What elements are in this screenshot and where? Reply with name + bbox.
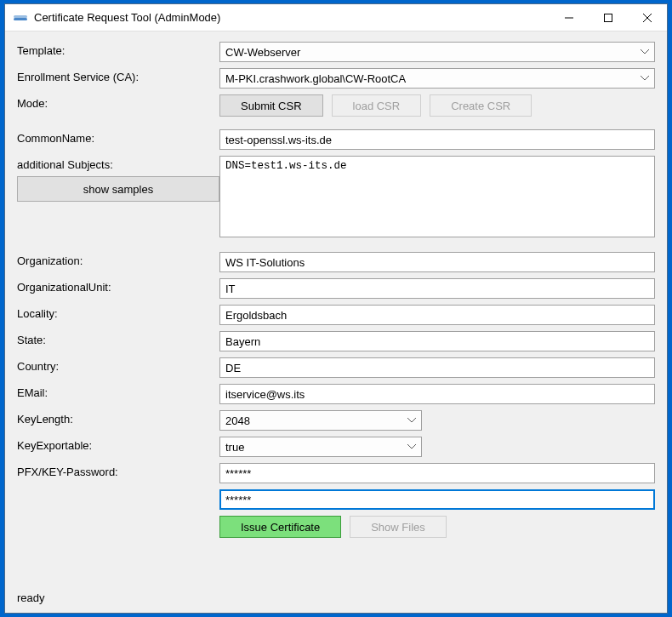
- chevron-down-icon: [641, 49, 649, 54]
- window-title: Certificate Request Tool (AdminMode): [34, 11, 220, 24]
- keyexportable-value: true: [225, 441, 244, 454]
- status-text: ready: [17, 591, 45, 604]
- keylength-dropdown[interactable]: 2048: [219, 410, 422, 431]
- additional-subjects-label: additional Subjects: show samples: [17, 156, 219, 202]
- country-input[interactable]: [219, 357, 655, 378]
- template-combo[interactable]: CW-Webserver: [219, 42, 655, 62]
- svg-rect-1: [14, 15, 27, 18]
- state-label: State:: [17, 331, 219, 346]
- pfx-password-input[interactable]: [219, 463, 655, 483]
- window-frame: Certificate Request Tool (AdminMode) Tem…: [4, 3, 668, 614]
- keyexportable-dropdown[interactable]: true: [219, 437, 422, 457]
- orgunit-label: OrganizationalUnit:: [17, 278, 219, 294]
- country-label: Country:: [17, 357, 219, 373]
- enrollment-combo[interactable]: M-PKI.crashwork.global\CW-RootCA: [219, 68, 655, 89]
- state-input[interactable]: [219, 331, 655, 351]
- chevron-down-icon: [641, 76, 649, 81]
- email-label: EMail:: [17, 384, 219, 399]
- locality-label: Locality:: [17, 305, 219, 320]
- keyexportable-label: KeyExportable:: [17, 437, 219, 452]
- app-icon: [12, 9, 29, 26]
- mode-label: Mode:: [17, 94, 219, 110]
- load-csr-button[interactable]: load CSR: [332, 94, 422, 117]
- chevron-down-icon: [407, 418, 416, 423]
- commonname-input[interactable]: [219, 129, 655, 150]
- minimize-button[interactable]: [550, 4, 589, 31]
- svg-rect-0: [14, 18, 27, 20]
- create-csr-button[interactable]: Create CSR: [430, 94, 532, 117]
- show-files-button[interactable]: Show Files: [350, 516, 447, 538]
- pfx-password-confirm-input[interactable]: [219, 489, 655, 510]
- orgunit-input[interactable]: [219, 278, 655, 299]
- enrollment-label: Enrollment Service (CA):: [17, 68, 219, 83]
- email-input[interactable]: [219, 384, 655, 404]
- enrollment-value: M-PKI.crashwork.global\CW-RootCA: [225, 72, 406, 85]
- client-area: Template: CW-Webserver Enrollment Servic…: [5, 31, 667, 613]
- submit-csr-button[interactable]: Submit CSR: [219, 94, 323, 117]
- organization-input[interactable]: [219, 252, 655, 272]
- window-controls: [550, 4, 667, 31]
- commonname-label: CommonName:: [17, 129, 219, 145]
- maximize-button[interactable]: [589, 4, 628, 31]
- keylength-label: KeyLength:: [17, 410, 219, 426]
- locality-input[interactable]: [219, 305, 655, 325]
- svg-rect-2: [605, 14, 612, 21]
- template-value: CW-Webserver: [225, 46, 300, 59]
- template-label: Template:: [17, 42, 219, 57]
- show-samples-button[interactable]: show samples: [17, 176, 219, 202]
- issue-certificate-button[interactable]: Issue Certificate: [219, 516, 341, 538]
- titlebar: Certificate Request Tool (AdminMode): [5, 4, 667, 31]
- close-button[interactable]: [628, 4, 667, 31]
- organization-label: Organization:: [17, 252, 219, 267]
- pfx-password-label: PFX/KEY-Password:: [17, 463, 219, 478]
- chevron-down-icon: [407, 444, 416, 449]
- additional-subjects-textarea[interactable]: [219, 156, 655, 237]
- keylength-value: 2048: [225, 414, 250, 427]
